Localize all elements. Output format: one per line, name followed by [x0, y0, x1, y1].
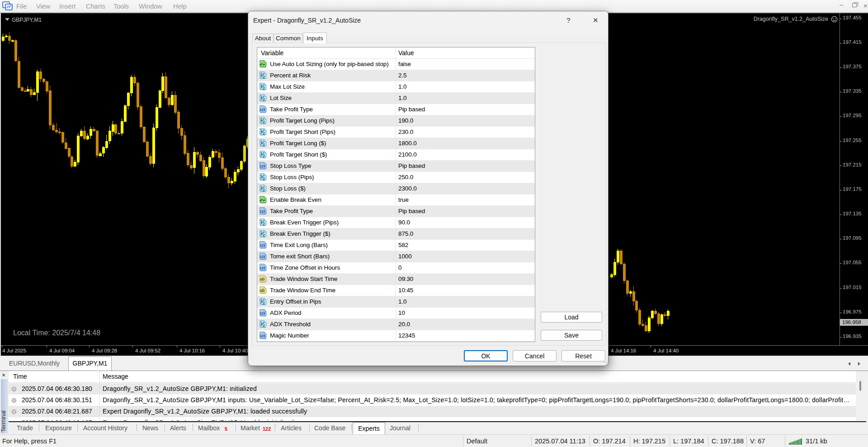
- svg-text:2: 2: [263, 86, 265, 90]
- svg-text:ab: ab: [260, 276, 265, 281]
- svg-text:123: 123: [259, 243, 265, 247]
- svg-text:2: 2: [263, 154, 265, 158]
- svg-text:2: 2: [263, 222, 265, 226]
- svg-text:ab: ab: [260, 288, 265, 293]
- svg-text:123: 123: [259, 334, 265, 338]
- svg-text:2: 2: [263, 75, 265, 79]
- svg-text:2: 2: [263, 176, 265, 181]
- svg-text:2: 2: [263, 323, 265, 328]
- svg-text:2: 2: [263, 131, 265, 136]
- svg-text:123: 123: [259, 108, 265, 112]
- svg-text:2: 2: [263, 188, 265, 192]
- svg-text:123: 123: [259, 209, 265, 214]
- svg-text:2: 2: [263, 97, 265, 102]
- svg-text:123: 123: [259, 164, 265, 168]
- svg-text:2: 2: [263, 120, 265, 124]
- svg-text:123: 123: [259, 311, 265, 315]
- svg-text:2: 2: [263, 143, 265, 147]
- svg-text:123: 123: [259, 266, 265, 270]
- svg-text:2: 2: [263, 233, 265, 238]
- svg-text:123: 123: [259, 255, 265, 259]
- svg-text:2: 2: [263, 301, 265, 305]
